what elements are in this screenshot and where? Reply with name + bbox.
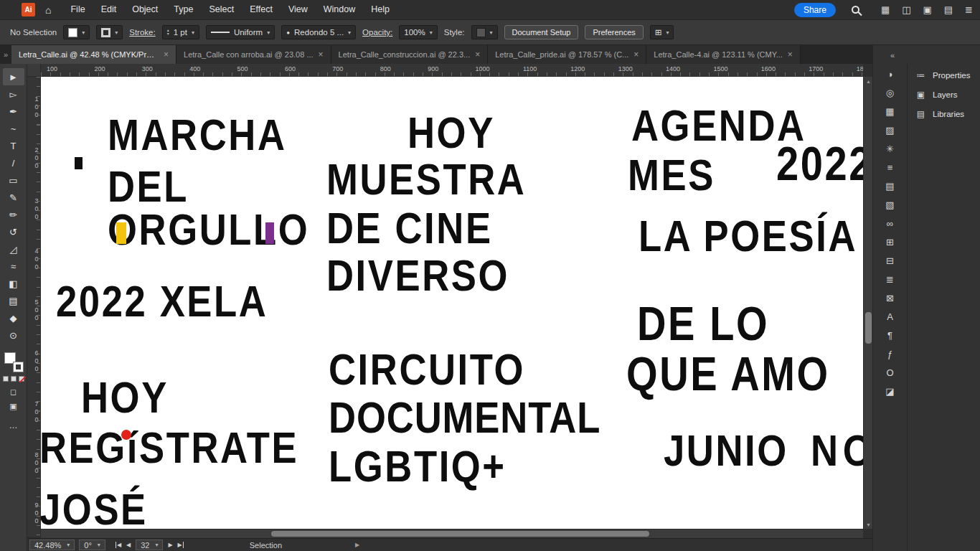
registrate-red-dot[interactable]	[121, 430, 131, 440]
art-text-de-cine[interactable]: DE CINE	[326, 206, 493, 250]
glyphs-panel-icon[interactable]: ƒ	[878, 345, 903, 363]
share-button[interactable]: Share	[794, 3, 836, 17]
next-artboard-button[interactable]: ▶	[168, 542, 172, 548]
opentype-panel-icon[interactable]: O	[878, 364, 903, 382]
menu-file[interactable]: File	[62, 0, 93, 19]
artboard[interactable]: MARCHA DEL ORGULLO 2022 XELA HOY REGíSTR…	[41, 77, 863, 529]
pathfinder-panel-icon[interactable]: ⊠	[878, 289, 903, 307]
scale-tool[interactable]: ◿	[3, 240, 24, 258]
zoom-dropdown[interactable]: 42.48% ▾	[29, 540, 75, 550]
gradient-panel-icon[interactable]: ▤	[878, 177, 903, 195]
stroke-color-dropdown[interactable]: ▾	[96, 25, 123, 39]
stepper-arrows[interactable]: ▴ ▾	[167, 29, 169, 36]
close-tab-icon[interactable]: ×	[319, 50, 324, 60]
color-panel-icon[interactable]: ◑	[878, 65, 903, 83]
rectangle-tool[interactable]: ▭	[3, 171, 24, 189]
fill-color-swatch[interactable]	[68, 28, 77, 37]
home-icon[interactable]: ⌂	[45, 4, 51, 16]
previous-artboard-button[interactable]: ◀	[126, 542, 131, 548]
art-text-registrate[interactable]: REGíSTRATE	[41, 425, 298, 470]
art-text-junio[interactable]: JUNIO	[664, 428, 788, 473]
fill-color-dropdown[interactable]: ▾	[63, 25, 90, 39]
character-panel-icon[interactable]: A	[878, 308, 903, 326]
panel-properties[interactable]: ≔ Properties	[908, 65, 980, 85]
art-text-muestra[interactable]: MUESTRA	[326, 157, 526, 202]
rotation-dropdown[interactable]: 0° ▾	[79, 540, 105, 550]
menu-effect[interactable]: Effect	[242, 0, 281, 19]
orgullo-purple-fill[interactable]	[265, 222, 274, 244]
vertical-scrollbar[interactable]: ▲ ▼	[863, 77, 872, 529]
curvature-tool[interactable]: ~	[3, 120, 24, 137]
horizontal-ruler[interactable]: 1002003004005006007008009001000110012001…	[41, 64, 863, 77]
zoom-tool[interactable]: ⊙	[3, 326, 24, 344]
illustrator-app-icon[interactable]: Ai	[22, 3, 35, 17]
paintbrush-tool[interactable]: ✎	[3, 189, 24, 206]
tab-letra-calle-construccion[interactable]: Letra_Calle_construccion.ai @ 22.3... ×	[331, 45, 489, 64]
arrange-documents-icon[interactable]: ◫	[902, 4, 910, 15]
asset-export-panel-icon[interactable]: ⊟	[878, 252, 903, 270]
menu-edit[interactable]: Edit	[93, 0, 125, 19]
color-guide-panel-icon[interactable]: ◎	[878, 84, 903, 102]
line-segment-tool[interactable]: /	[3, 154, 24, 171]
shape-builder-tool[interactable]: ◧	[3, 275, 24, 292]
vertical-ruler[interactable]: 100200300400500600700800900	[27, 77, 41, 537]
opacity-dropdown[interactable]: 100% ▾	[399, 25, 437, 39]
direct-selection-tool[interactable]: ▻	[3, 85, 24, 103]
fill-stroke-indicator[interactable]	[4, 352, 23, 372]
paragraph-panel-icon[interactable]: ¶	[878, 326, 903, 344]
close-tab-icon[interactable]: ×	[164, 50, 169, 60]
menu-object[interactable]: Object	[124, 0, 166, 19]
edit-toolbar-icon[interactable]: …	[9, 420, 18, 430]
art-text-hoy-center[interactable]: HOY	[407, 110, 495, 155]
last-artboard-button[interactable]: ▶	[178, 542, 184, 548]
width-tool[interactable]: ≈	[3, 258, 24, 275]
collapse-panels-icon[interactable]: «	[890, 51, 895, 60]
orgullo-yellow-fill[interactable]	[116, 222, 126, 244]
stroke-panel-icon[interactable]: ≡	[878, 159, 903, 176]
tab-letra-calle[interactable]: Letra_Calle.ai @ 42.48 % (CMYK/Preview) …	[11, 45, 176, 64]
none-button[interactable]	[19, 376, 24, 382]
stepper-down-icon[interactable]: ▾	[167, 32, 169, 36]
opacity-value[interactable]: 100%	[404, 28, 425, 37]
type-tool[interactable]: T	[3, 137, 24, 154]
width-profile-value[interactable]: Uniform	[234, 28, 263, 37]
art-text-marcha[interactable]: MARCHA	[108, 113, 287, 157]
screen-mode-icon[interactable]: ▣	[9, 402, 17, 416]
appearance-panel-icon[interactable]: ◪	[878, 382, 903, 400]
symbols-panel-icon[interactable]: ✳	[878, 140, 903, 158]
art-text-documental[interactable]: DOCUMENTAL	[329, 395, 600, 440]
shaper-tool[interactable]: ✏	[3, 206, 24, 223]
vertical-scroll-thumb[interactable]	[865, 312, 872, 344]
app-menu-icon[interactable]: ≣	[965, 4, 973, 15]
brush-name[interactable]: Redondo 5 ...	[294, 28, 344, 37]
panel-layers[interactable]: ▣ Layers	[908, 85, 980, 104]
art-text-orgullo[interactable]: ORGULLO	[108, 207, 309, 252]
gradient-button[interactable]	[11, 376, 17, 382]
eyedropper-tool[interactable]: ◆	[3, 309, 24, 326]
art-text-diverso[interactable]: DIVERSO	[326, 253, 509, 298]
menu-view[interactable]: View	[281, 0, 316, 19]
panel-libraries[interactable]: ▤ Libraries	[908, 104, 980, 123]
art-text-que-amo[interactable]: QUE AMO	[626, 350, 830, 397]
stroke-panel-link[interactable]: Stroke:	[129, 28, 155, 37]
horizontal-scrollbar[interactable]	[41, 529, 863, 538]
menu-type[interactable]: Type	[166, 0, 201, 19]
stroke-weight-value[interactable]: 1 pt	[174, 28, 187, 37]
stroke-proxy-swatch[interactable]	[14, 362, 23, 372]
align-panel-icon[interactable]: ≣	[878, 270, 903, 288]
document-setup-button[interactable]: Document Setup	[504, 25, 579, 39]
art-text-xela[interactable]: 2022 XELA	[56, 279, 268, 324]
links-panel-icon[interactable]: ∞	[878, 215, 903, 232]
rotate-tool[interactable]: ↺	[3, 223, 24, 240]
brush-dropdown[interactable]: ● Redondo 5 ... ▾	[281, 25, 356, 39]
menu-help[interactable]: Help	[363, 0, 397, 19]
art-text-lgbtiq[interactable]: LGBTIQ+	[329, 444, 507, 489]
expand-panels-icon[interactable]: »	[0, 45, 11, 64]
tab-letra-calle-pride[interactable]: Letra_Calle_pride.ai @ 178.57 % (C... ×	[488, 45, 646, 64]
draw-normal-icon[interactable]: ◻	[10, 387, 17, 402]
close-tab-icon[interactable]: ×	[633, 50, 639, 60]
preferences-button[interactable]: Preferences	[585, 25, 643, 39]
search-icon[interactable]	[852, 6, 859, 14]
art-text-2022[interactable]: 2022	[776, 140, 863, 187]
pen-tool[interactable]: ✒	[3, 103, 24, 120]
